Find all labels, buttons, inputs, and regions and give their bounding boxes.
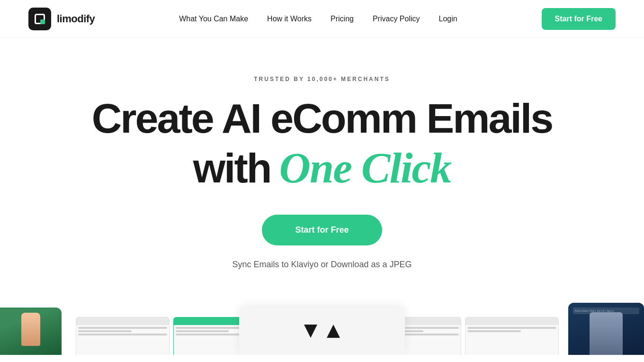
preview-right-figure — [590, 312, 623, 355]
nav-item-login: Login — [439, 15, 457, 23]
email-thumb-5-line-1 — [467, 327, 556, 329]
email-thumb-5-line-2 — [467, 330, 521, 332]
nav-item-privacy-policy: Privacy Policy — [373, 15, 420, 23]
email-thumb-1 — [76, 317, 170, 355]
preview-right-image: Find a Store | Help | Join Us | Sign In — [568, 303, 644, 355]
email-thumb-1-line-1 — [78, 327, 167, 329]
logo-icon — [28, 8, 51, 30]
logo-link[interactable]: limodify — [28, 8, 95, 30]
preview-center-nav — [239, 308, 405, 355]
next-arrow-icon[interactable] — [327, 325, 340, 338]
nav-link-how-it-works[interactable]: How it Works — [267, 15, 312, 23]
email-thumb-5-header — [465, 317, 558, 325]
hero-headline-line1: Create AI eComm Emails — [92, 97, 552, 140]
nav-links: What You Can Make How it Works Pricing P… — [179, 15, 457, 23]
email-thumb-2-line-2 — [176, 330, 229, 332]
preview-right-img-content: Find a Store | Help | Join Us | Sign In — [568, 303, 644, 355]
preview-left-figure — [21, 313, 40, 346]
email-thumb-1-content — [76, 325, 169, 337]
preview-left-image — [0, 308, 62, 355]
nav-item-what-you-can-make: What You Can Make — [179, 15, 248, 23]
nav-link-login[interactable]: Login — [439, 15, 457, 23]
nav-start-free-button[interactable]: Start for Free — [542, 8, 616, 30]
hero-subtext: Sync Emails to Klaviyo or Download as a … — [232, 260, 411, 270]
logo-icon-inner — [35, 14, 45, 24]
nav-link-pricing[interactable]: Pricing — [331, 15, 354, 23]
hero-start-free-button[interactable]: Start for Free — [262, 215, 382, 245]
hero-headline-line2: with One Click — [193, 145, 451, 191]
nav-item-pricing: Pricing — [331, 15, 354, 23]
preview-left-img-content — [0, 308, 62, 355]
nav-link-what-you-can-make[interactable]: What You Can Make — [179, 15, 248, 23]
prev-arrow-icon[interactable] — [304, 325, 317, 338]
hero-with-text: with — [193, 146, 271, 190]
nav-item-how-it-works: How it Works — [267, 15, 312, 23]
email-thumb-1-line-3 — [78, 334, 167, 335]
navigation: limodify What You Can Make How it Works … — [0, 0, 644, 38]
email-thumb-1-line-2 — [78, 330, 132, 332]
preview-strip: Find a Store | Help | Join Us | Sign In — [0, 298, 644, 355]
trusted-badge: TRUSTED BY 10,000+ MERCHANTS — [254, 76, 390, 82]
email-thumb-1-header — [76, 317, 169, 325]
nav-link-privacy-policy[interactable]: Privacy Policy — [373, 15, 420, 23]
email-thumb-5-content — [465, 325, 558, 334]
hero-one-click-text: One Click — [279, 145, 451, 191]
email-thumb-5 — [465, 317, 559, 355]
hero-section: TRUSTED BY 10,000+ MERCHANTS Create AI e… — [0, 38, 644, 298]
logo-text: limodify — [57, 13, 95, 25]
